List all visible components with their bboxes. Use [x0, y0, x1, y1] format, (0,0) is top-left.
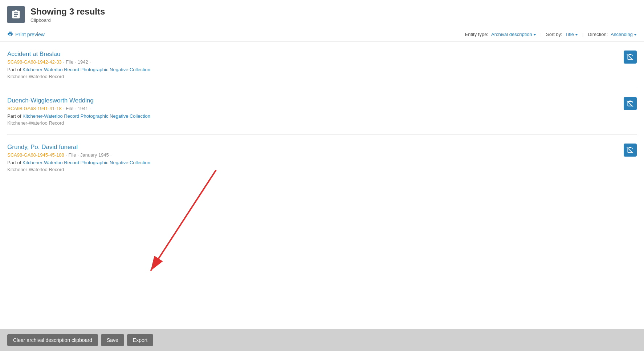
result-title-2[interactable]: Duench-Wigglesworth Wedding: [7, 97, 94, 104]
remove-clipboard-btn-1[interactable]: [624, 51, 637, 64]
remove-clipboard-btn-2[interactable]: [624, 97, 637, 110]
result-repo-2: Kitchener-Waterloo Record: [7, 120, 637, 126]
page-header: Showing 3 results Clipboard: [0, 0, 644, 27]
result-date-3: January 1945: [80, 152, 109, 158]
filter-controls: Entity type: Archival description | Sort…: [465, 32, 637, 37]
result-meta-1: SCA98-GA68-1942-42-33 · File · 1942 ·: [7, 59, 637, 65]
ref-id-3: SCA98-GA68-1945-45-188: [7, 152, 64, 158]
result-part-1: Part of Kitchener-Waterloo Record Photog…: [7, 67, 637, 72]
sort-by-chevron-icon: [575, 34, 578, 36]
page-subtitle: Clipboard: [30, 17, 105, 23]
clipboard-header-icon: [7, 6, 25, 23]
result-type-3: File: [68, 152, 76, 158]
result-date-1: 1942: [78, 59, 88, 65]
collection-link-3[interactable]: Kitchener-Waterloo Record Photographic N…: [23, 160, 150, 165]
results-list: Accident at Breslau SCA98-GA68-1942-42-3…: [0, 42, 644, 181]
result-type-2: File: [66, 106, 73, 111]
print-preview-link[interactable]: Print preview: [7, 31, 45, 38]
ref-id-1: SCA98-GA68-1942-42-33: [7, 59, 62, 65]
direction-label: Direction:: [588, 32, 608, 37]
result-part-3: Part of Kitchener-Waterloo Record Photog…: [7, 160, 637, 165]
result-title-3[interactable]: Grundy, Po. David funeral: [7, 144, 78, 150]
direction-chevron-icon: [634, 34, 637, 36]
print-preview-label: Print preview: [15, 32, 45, 37]
entity-type-label: Entity type:: [465, 32, 488, 37]
sort-by-dropdown[interactable]: Title: [565, 32, 578, 37]
toolbar: Print preview Entity type: Archival desc…: [0, 27, 644, 42]
sort-by-label: Sort by:: [546, 32, 562, 37]
result-date-2: 1941: [78, 106, 88, 111]
remove-clipboard-btn-3[interactable]: [624, 144, 637, 157]
clipboard-slash-icon-2: [627, 100, 634, 107]
result-meta-2: SCA98-GA68-1941-41-18 · File · 1941 ·: [7, 106, 637, 111]
clipboard-slash-icon-1: [627, 53, 634, 61]
result-repo-1: Kitchener-Waterloo Record: [7, 74, 637, 79]
result-item-2: Duench-Wigglesworth Wedding SCA98-GA68-1…: [7, 88, 637, 135]
header-text-block: Showing 3 results Clipboard: [30, 7, 105, 23]
entity-type-chevron-icon: [533, 34, 536, 36]
result-meta-3: SCA98-GA68-1945-45-188 · File · January …: [7, 152, 637, 158]
result-part-2: Part of Kitchener-Waterloo Record Photog…: [7, 113, 637, 119]
direction-dropdown[interactable]: Ascending: [611, 32, 637, 37]
result-title-1[interactable]: Accident at Breslau: [7, 51, 60, 57]
clipboard-slash-icon-3: [627, 146, 634, 154]
entity-type-dropdown[interactable]: Archival description: [491, 32, 536, 37]
result-repo-3: Kitchener-Waterloo Record: [7, 167, 637, 172]
result-type-1: File: [66, 59, 73, 65]
results-count-title: Showing 3 results: [30, 7, 105, 17]
document-icon: [11, 9, 21, 20]
result-item-1: Accident at Breslau SCA98-GA68-1942-42-3…: [7, 42, 637, 88]
collection-link-2[interactable]: Kitchener-Waterloo Record Photographic N…: [23, 113, 150, 119]
printer-icon: [7, 31, 13, 38]
result-item-3: Grundy, Po. David funeral SCA98-GA68-194…: [7, 135, 637, 181]
ref-id-2: SCA98-GA68-1941-41-18: [7, 106, 62, 111]
collection-link-1[interactable]: Kitchener-Waterloo Record Photographic N…: [23, 67, 150, 72]
